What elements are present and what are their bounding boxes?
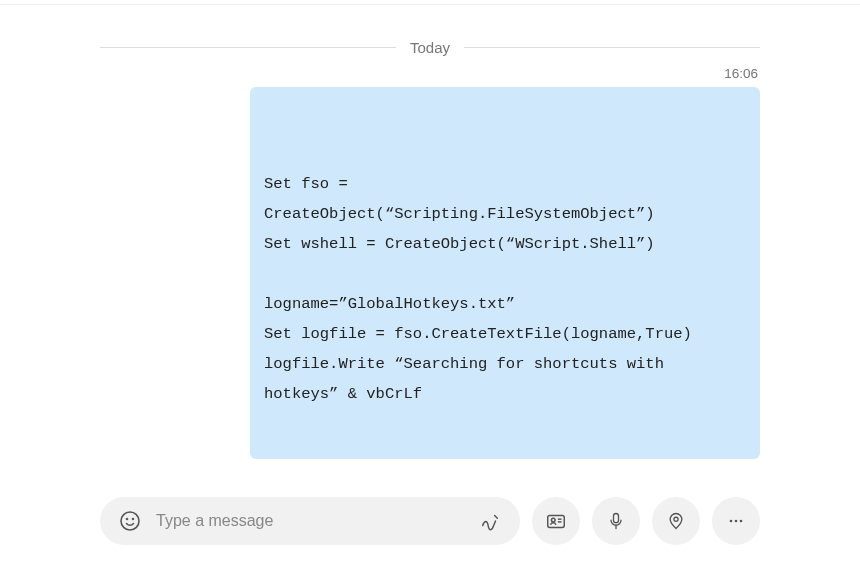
chat-area: Today 16:06 Set fso = CreateObject(“Scri…	[0, 5, 860, 497]
svg-point-9	[674, 517, 678, 521]
message-input[interactable]	[156, 512, 464, 530]
handwriting-icon[interactable]	[478, 509, 502, 533]
svg-point-1	[127, 519, 128, 520]
contact-card-button[interactable]	[532, 497, 580, 545]
message-timestamp: 16:06	[724, 66, 760, 81]
svg-point-12	[740, 520, 743, 523]
svg-point-11	[735, 520, 738, 523]
separator-line-left	[100, 47, 396, 48]
more-horizontal-icon	[726, 511, 746, 531]
svg-point-0	[121, 512, 139, 530]
svg-rect-3	[548, 516, 565, 528]
date-label: Today	[396, 39, 464, 56]
separator-line-right	[464, 47, 760, 48]
svg-point-4	[551, 518, 555, 522]
more-options-button[interactable]	[712, 497, 760, 545]
location-pin-icon	[666, 511, 686, 531]
svg-point-10	[730, 520, 733, 523]
emoji-icon[interactable]	[118, 509, 142, 533]
microphone-button[interactable]	[592, 497, 640, 545]
message-bubble[interactable]: Set fso = CreateObject(“Scripting.FileSy…	[250, 87, 760, 459]
microphone-icon	[606, 511, 626, 531]
message-row: 16:06 Set fso = CreateObject(“Scripting.…	[100, 66, 760, 459]
svg-rect-7	[614, 514, 619, 523]
contact-card-icon	[545, 510, 567, 532]
date-separator: Today	[100, 39, 760, 56]
svg-point-2	[133, 519, 134, 520]
message-input-container[interactable]	[100, 497, 520, 545]
composer	[0, 497, 860, 579]
location-button[interactable]	[652, 497, 700, 545]
